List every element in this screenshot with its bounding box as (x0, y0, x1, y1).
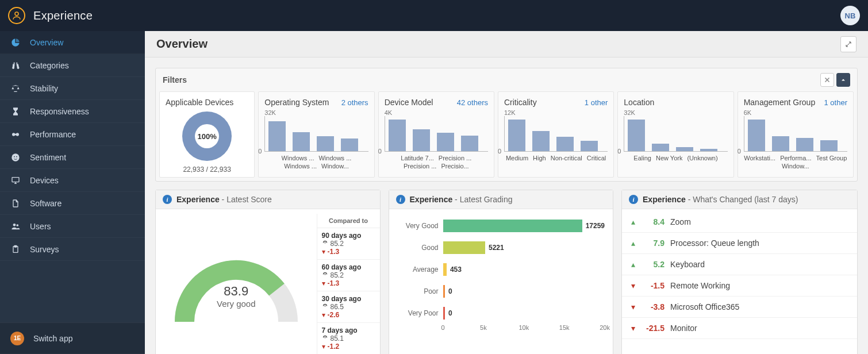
grading-row: Good5221 (397, 237, 605, 259)
grading-bar: 0 (443, 306, 605, 320)
sidebar-item-users[interactable]: Users (0, 215, 145, 238)
svg-point-6 (16, 156, 17, 157)
filter-others-link[interactable]: 42 others (457, 98, 488, 107)
trend-down-icon: ▾ (630, 281, 636, 290)
info-icon[interactable]: i (629, 195, 638, 204)
filter-card[interactable]: Management Group1 other6K0Workstati...Pe… (738, 91, 854, 178)
svg-point-14 (324, 306, 325, 307)
sidebar-item-overview[interactable]: Overview (0, 31, 145, 54)
filter-others-link[interactable]: 2 others (341, 98, 368, 107)
compare-when: 30 days ago (322, 295, 375, 303)
sidebar-item-software[interactable]: Software (0, 192, 145, 215)
bar-label: New York (656, 154, 682, 162)
filters-collapse-button[interactable] (836, 73, 850, 87)
svg-point-12 (324, 243, 325, 244)
caret-down-icon: ▾ (322, 279, 325, 287)
applicable-donut-chart: 100% (182, 111, 232, 161)
whats-changed-item[interactable]: ▾-1.5Remote Working (622, 275, 857, 297)
grading-bar: 0 (443, 284, 605, 298)
caret-down-icon: ▾ (322, 248, 325, 256)
sidebar-item-surveys[interactable]: Surveys (0, 238, 145, 261)
mini-bar-chart: 0 (744, 116, 847, 152)
sidebar-item-label: Responsiveness (30, 107, 89, 116)
bar-label: High (533, 154, 546, 162)
svg-point-5 (14, 156, 15, 157)
switch-app-button[interactable]: 1E Switch app (0, 323, 145, 354)
monitor-icon (10, 176, 21, 185)
grading-label: Very Poor (397, 309, 439, 317)
change-name: Remote Working (670, 281, 730, 290)
chart-bar (413, 129, 430, 152)
compare-when: 7 days ago (322, 326, 375, 334)
gauge-icon (322, 303, 328, 311)
switch-app-icon: 1E (10, 332, 24, 345)
chart-bar (676, 147, 693, 151)
chart-bar (437, 133, 454, 151)
gauge-icon (322, 240, 328, 248)
y-zero-label: 0 (617, 148, 621, 155)
user-avatar[interactable]: NB (840, 6, 860, 25)
bar-label: Workstati... (744, 154, 775, 162)
y-max-label: 4K (385, 109, 488, 116)
bar-label: Precision ... (404, 162, 436, 170)
info-icon[interactable]: i (163, 195, 172, 204)
filter-others-link[interactable]: 1 other (585, 98, 608, 107)
filter-card[interactable]: Device Model42 others4K0Latitude 7...Pre… (378, 91, 494, 178)
chart-bar (293, 132, 310, 151)
chart-bar (341, 138, 358, 151)
file-icon (10, 199, 21, 208)
filter-card-applicable[interactable]: Applicable Devices 100% 22,933 / 22,933 (159, 91, 255, 178)
sidebar-item-categories[interactable]: Categories (0, 54, 145, 77)
card-title: Experience (410, 195, 453, 204)
filter-card[interactable]: Location32K0EalingNew York(Unknown) (617, 91, 733, 178)
whats-changed-item[interactable]: ▴8.4Zoom (622, 211, 857, 233)
filter-card[interactable]: Criticality1 other12K0MediumHighNon-crit… (498, 91, 614, 178)
app-title: Experience (33, 9, 93, 22)
scales-icon (10, 84, 21, 93)
compare-delta: -1.2 (328, 343, 340, 351)
sidebar-item-devices[interactable]: Devices (0, 169, 145, 192)
smile-icon (10, 153, 21, 162)
sidebar-item-sentiment[interactable]: Sentiment (0, 146, 145, 169)
sidebar-item-label: Devices (30, 176, 59, 185)
filter-title: Management Group (744, 98, 816, 107)
sidebar-item-label: Overview (30, 38, 63, 47)
axis-tick: 10k (519, 324, 529, 331)
grading-label: Poor (397, 287, 439, 295)
compare-delta: -2.6 (328, 311, 340, 319)
bar-label: Medium (506, 154, 528, 162)
compare-value: 86.5 (331, 303, 344, 311)
mini-bar-chart: 0 (385, 116, 488, 152)
change-value: 7.9 (642, 238, 665, 248)
filters-label: Filters (163, 75, 187, 84)
sidebar-item-performance[interactable]: Performance (0, 123, 145, 146)
filter-card[interactable]: Operating System2 others32K0Windows ...W… (258, 91, 374, 178)
y-zero-label: 0 (738, 148, 741, 155)
filter-title: Operating System (264, 98, 329, 107)
filters-clear-button[interactable] (820, 73, 834, 87)
grading-label: Good (397, 244, 439, 252)
page-title: Overview (156, 37, 208, 51)
whats-changed-item[interactable]: ▾-3.8Microsoft Office365 (622, 297, 857, 318)
svg-rect-11 (14, 245, 17, 247)
sidebar-item-label: Sentiment (30, 153, 66, 162)
filter-title: Criticality (504, 98, 537, 107)
sidebar-item-label: Software (30, 199, 62, 208)
expand-button[interactable] (840, 36, 857, 52)
whats-changed-item[interactable]: ▴5.2Keyboard (622, 254, 857, 275)
whats-changed-item[interactable]: ▾-21.5Monitor (622, 318, 857, 339)
bar-label: Windows ... (318, 154, 351, 162)
compare-when: 60 days ago (322, 263, 375, 271)
info-icon[interactable]: i (396, 195, 405, 204)
whats-changed-item[interactable]: ▴7.9Processor: Queue length (622, 233, 857, 254)
sidebar-item-label: Categories (30, 61, 69, 70)
sidebar-item-responsiveness[interactable]: Responsiveness (0, 100, 145, 123)
sidebar-item-stability[interactable]: Stability (0, 77, 145, 100)
filters-panel: Filters Applicable Devices (155, 68, 858, 182)
chart-bar (796, 138, 813, 151)
filter-others-link[interactable]: 1 other (824, 98, 847, 107)
bar-label: (Unknown) (687, 154, 717, 162)
axis-tick: 20k (600, 324, 610, 331)
bar-label: Ealing (633, 154, 651, 162)
chart-bar (389, 120, 406, 151)
